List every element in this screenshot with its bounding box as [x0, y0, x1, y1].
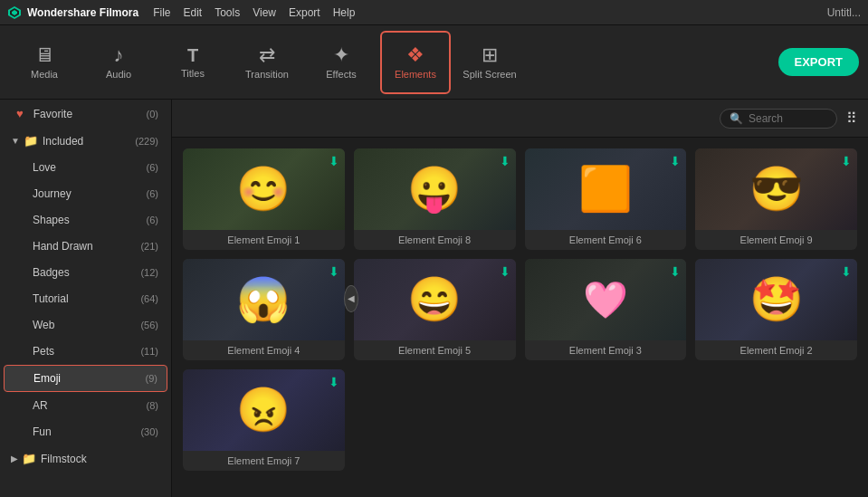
content-header: 🔍 ⠿	[172, 100, 868, 138]
element-card-emoji9[interactable]: 😎 ⬇ Element Emoji 9	[695, 148, 857, 250]
elements-grid: 😊 ⬇ Element Emoji 1 😛 ⬇ Element Emoji 8	[172, 138, 868, 497]
element-label-emoji8: Element Emoji 8	[354, 230, 516, 250]
app-title-right: Untitl...	[827, 6, 861, 19]
emoji9-display: 😎	[749, 167, 804, 211]
sidebar-shapes-label: Shapes	[33, 214, 70, 226]
media-icon: 🖥	[34, 45, 54, 65]
download-icon-emoji5: ⬇	[500, 264, 510, 279]
sidebar-item-fun[interactable]: Fun (30)	[4, 419, 167, 444]
sidebar-item-shapes[interactable]: Shapes (6)	[4, 207, 167, 233]
emoji6-display: 🟧	[578, 167, 633, 211]
toolbar-audio[interactable]: ♪ Audio	[83, 31, 154, 94]
sidebar-love-label: Love	[33, 161, 56, 174]
toolbar-media-label: Media	[31, 69, 58, 80]
emoji5-display: 😄	[407, 278, 462, 321]
sidebar-item-favorite[interactable]: ♥ Favorite (0)	[4, 100, 167, 127]
toolbar-titles-label: Titles	[181, 68, 205, 79]
search-input[interactable]	[749, 112, 821, 125]
element-label-emoji4: Element Emoji 4	[183, 340, 345, 360]
splitscreen-icon: ⊞	[482, 45, 498, 65]
element-card-emoji1[interactable]: 😊 ⬇ Element Emoji 1	[183, 148, 345, 250]
menu-help[interactable]: Help	[333, 6, 356, 19]
element-card-emoji5[interactable]: 😄 ⬇ Element Emoji 5	[354, 259, 516, 360]
search-box[interactable]: 🔍	[720, 109, 837, 129]
sidebar-ar-count: (8)	[147, 400, 158, 411]
toolbar-effects[interactable]: ✦ Effects	[306, 31, 377, 94]
transition-icon: ⇄	[259, 45, 275, 65]
emoji8-display: 😛	[407, 167, 462, 211]
sidebar-emoji-label: Emoji	[33, 372, 61, 385]
element-label-emoji7: Element Emoji 7	[183, 451, 345, 471]
menu-file[interactable]: File	[153, 6, 170, 19]
toolbar-audio-label: Audio	[106, 69, 131, 80]
toolbar: 🖥 Media ♪ Audio T Titles ⇄ Transition ✦ …	[0, 25, 868, 100]
main-layout: ♥ Favorite (0) ▼ 📁 Included (229) Love (…	[0, 100, 868, 497]
sidebar-fun-label: Fun	[33, 425, 52, 438]
emoji4-display: 😱	[236, 278, 291, 321]
menu-tools[interactable]: Tools	[215, 6, 240, 19]
grid-toggle-icon[interactable]: ⠿	[846, 110, 857, 127]
menu-items: File Edit Tools View Export Help	[153, 6, 355, 19]
download-icon-emoji9: ⬇	[841, 154, 852, 168]
element-card-emoji3[interactable]: 🩷 ⬇ Element Emoji 3	[525, 259, 687, 360]
toolbar-transition-label: Transition	[245, 69, 289, 80]
app-logo-icon	[7, 5, 22, 20]
export-button[interactable]: EXPORT	[778, 48, 859, 76]
titles-icon: T	[187, 46, 198, 64]
sidebar-item-web[interactable]: Web (56)	[4, 312, 167, 338]
sidebar-shapes-count: (6)	[147, 215, 158, 225]
emoji3-display: 🩷	[583, 282, 628, 318]
sidebar-web-count: (56)	[140, 320, 158, 330]
toolbar-splitscreen-label: Split Screen	[463, 69, 516, 80]
sidebar-pets-count: (11)	[140, 346, 158, 357]
sidebar-item-tutorial[interactable]: Tutorial (64)	[4, 286, 167, 311]
sidebar-included-label: Included	[43, 135, 83, 148]
menu-export[interactable]: Export	[289, 6, 320, 19]
sidebar-badges-count: (12)	[140, 267, 158, 278]
sidebar-item-ar[interactable]: AR (8)	[4, 393, 167, 418]
sidebar: ♥ Favorite (0) ▼ 📁 Included (229) Love (…	[0, 100, 172, 497]
sidebar-collapse-button[interactable]: ◀	[344, 285, 358, 312]
element-card-emoji7[interactable]: 😠 ⬇ Element Emoji 7	[183, 369, 345, 471]
sidebar-item-hand-drawn[interactable]: Hand Drawn (21)	[4, 234, 167, 259]
sidebar-group-included[interactable]: ▼ 📁 Included (229)	[4, 128, 167, 154]
element-label-emoji9: Element Emoji 9	[695, 230, 857, 250]
sidebar-item-pets[interactable]: Pets (11)	[4, 339, 167, 364]
sidebar-item-journey[interactable]: Journey (6)	[4, 181, 167, 206]
toolbar-transition[interactable]: ⇄ Transition	[232, 31, 302, 94]
download-icon-emoji3: ⬇	[670, 264, 681, 279]
sidebar-journey-label: Journey	[33, 187, 72, 200]
sidebar-item-love[interactable]: Love (6)	[4, 155, 167, 180]
sidebar-hand-drawn-count: (21)	[140, 241, 158, 252]
toolbar-elements[interactable]: ❖ Elements	[380, 31, 451, 94]
menu-edit[interactable]: Edit	[183, 6, 202, 19]
heart-icon: ♥	[16, 107, 24, 120]
sidebar-group-filmstock[interactable]: ▶ 📁 Filmstock	[4, 445, 167, 472]
element-card-emoji4[interactable]: 😱 ⬇ Element Emoji 4	[183, 259, 345, 360]
toolbar-elements-label: Elements	[395, 69, 436, 80]
folder-filmstock-icon: 📁	[22, 452, 36, 465]
sidebar-favorite-label: Favorite	[33, 108, 72, 120]
toolbar-titles[interactable]: T Titles	[157, 31, 228, 94]
element-label-emoji6: Element Emoji 6	[525, 230, 687, 250]
sidebar-journey-count: (6)	[147, 188, 158, 199]
sidebar-favorite-count: (0)	[147, 109, 158, 119]
toolbar-splitscreen[interactable]: ⊞ Split Screen	[454, 31, 525, 94]
sidebar-item-badges[interactable]: Badges (12)	[4, 260, 167, 285]
sidebar-tutorial-count: (64)	[140, 293, 158, 304]
sidebar-hand-drawn-label: Hand Drawn	[33, 240, 93, 253]
element-card-emoji2[interactable]: 🤩 ⬇ Element Emoji 2	[695, 259, 857, 360]
element-card-emoji8[interactable]: 😛 ⬇ Element Emoji 8	[354, 148, 516, 250]
sidebar-emoji-count: (9)	[146, 373, 157, 384]
sidebar-item-emoji[interactable]: Emoji (9)	[4, 365, 167, 392]
menu-view[interactable]: View	[253, 6, 276, 19]
search-icon: 🔍	[730, 112, 743, 125]
app-logo: Wondershare Filmora	[7, 5, 138, 20]
sidebar-included-count: (229)	[135, 136, 158, 147]
emoji7-display: 😠	[236, 388, 291, 432]
toolbar-media[interactable]: 🖥 Media	[9, 31, 80, 94]
element-card-emoji6[interactable]: 🟧 ⬇ Element Emoji 6	[525, 148, 687, 250]
toolbar-effects-label: Effects	[326, 69, 356, 80]
sidebar-web-label: Web	[33, 319, 54, 331]
sidebar-ar-label: AR	[33, 399, 48, 412]
